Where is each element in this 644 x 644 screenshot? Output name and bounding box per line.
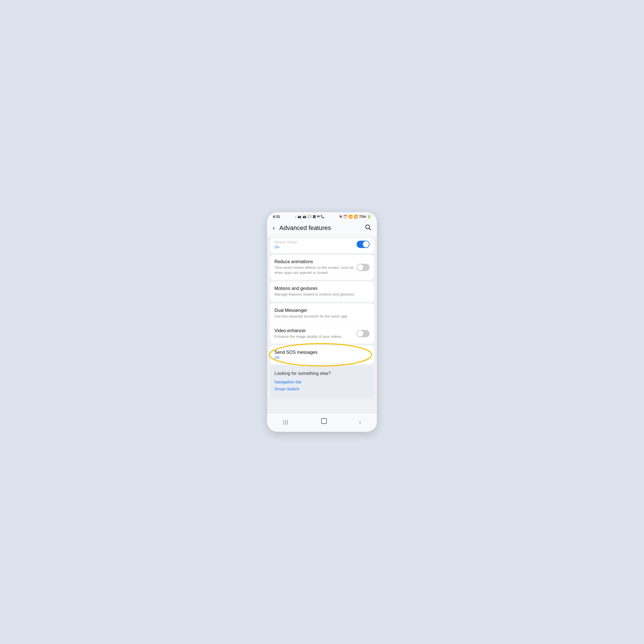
dual-messenger-subtitle: Use two separate accounts for the same a… — [274, 314, 370, 319]
direct-share-title: Direct share — [274, 240, 357, 244]
settings-content: Direct share On Reduce animations Tone d… — [267, 237, 377, 413]
sos-wrapper: Send SOS messages Off — [270, 345, 374, 364]
send-sos-status: Off — [274, 355, 370, 360]
dual-video-group: Dual Messenger Use two separate accounts… — [270, 303, 374, 344]
music-icon: ♪ — [295, 215, 297, 218]
phone-icon: 📞 — [321, 215, 325, 218]
svg-rect-3 — [321, 419, 327, 424]
reduce-animations-card[interactable]: Reduce animations Tone down motion effec… — [270, 255, 374, 280]
page-title: Advanced features — [279, 224, 363, 232]
svg-line-1 — [369, 229, 371, 230]
direct-share-card[interactable]: Direct share On — [270, 238, 374, 253]
message-icon: 💬 — [308, 215, 312, 218]
mail-icon: ✉ — [317, 215, 319, 218]
video-enhancer-title: Video enhancer — [274, 328, 357, 333]
reduce-animations-toggle[interactable] — [357, 264, 370, 271]
looking-title: Looking for something else? — [274, 371, 370, 376]
camera-icon: 📸 — [303, 215, 307, 218]
motions-gestures-title: Motions and gestures — [274, 286, 370, 291]
back-button[interactable]: ‹ — [272, 223, 277, 233]
send-sos-title: Send SOS messages — [274, 350, 370, 355]
search-button[interactable] — [363, 223, 372, 233]
phone-frame: 4:31 ♪ 📷 📸 💬 🖼 ✉ 📞 N ⏰ 📶 📶 71% 🔋 ‹ Advan… — [267, 212, 377, 432]
battery-icon: 🔋 — [367, 215, 371, 219]
toggle-knob — [357, 264, 363, 270]
direct-share-toggle[interactable] — [357, 241, 370, 248]
navigation-bar-link[interactable]: Navigation bar — [274, 379, 370, 384]
send-sos-card[interactable]: Send SOS messages Off — [270, 345, 374, 364]
battery-percent: 71% — [359, 215, 366, 219]
back-nav-button[interactable]: ‹ — [354, 418, 367, 426]
alarm-icon: ⏰ — [343, 215, 347, 219]
smart-switch-link[interactable]: Smart Switch — [274, 386, 370, 391]
dual-messenger-title: Dual Messenger — [274, 308, 370, 313]
video-enhancer-subtitle: Enhance the image quality of your videos… — [274, 334, 357, 339]
dual-messenger-item[interactable]: Dual Messenger Use two separate accounts… — [270, 303, 374, 324]
status-bar: 4:31 ♪ 📷 📸 💬 🖼 ✉ 📞 N ⏰ 📶 📶 71% 🔋 — [267, 212, 377, 220]
status-icons: ♪ 📷 📸 💬 🖼 ✉ 📞 — [295, 215, 325, 218]
status-right: N ⏰ 📶 📶 71% 🔋 — [339, 215, 371, 219]
bottom-nav: ||| ‹ — [267, 413, 377, 432]
recent-apps-button[interactable]: ||| — [278, 418, 294, 426]
motions-gestures-subtitle: Manage features related to motions and g… — [274, 292, 370, 297]
motions-gestures-card[interactable]: Motions and gestures Manage features rel… — [270, 281, 374, 301]
wifi-icon: 📶 — [348, 215, 353, 219]
photo-icon: 🖼 — [313, 215, 316, 218]
video-enhancer-toggle[interactable] — [357, 330, 370, 337]
signal-icon: 📶 — [354, 215, 358, 219]
looking-for-card: Looking for something else? Navigation b… — [270, 366, 374, 398]
nfc-icon: N — [339, 215, 342, 219]
direct-share-status: On — [274, 245, 357, 249]
toggle-knob — [357, 330, 363, 337]
home-button[interactable] — [315, 417, 333, 427]
status-time: 4:31 — [273, 214, 280, 219]
toggle-knob — [363, 241, 369, 247]
reduce-animations-subtitle: Tone down motion effects on the screen, … — [274, 265, 357, 275]
video-enhancer-item[interactable]: Video enhancer Enhance the image quality… — [270, 324, 374, 344]
top-nav: ‹ Advanced features — [267, 220, 377, 237]
instagram-icon: 📷 — [298, 215, 301, 218]
reduce-animations-title: Reduce animations — [274, 259, 357, 264]
